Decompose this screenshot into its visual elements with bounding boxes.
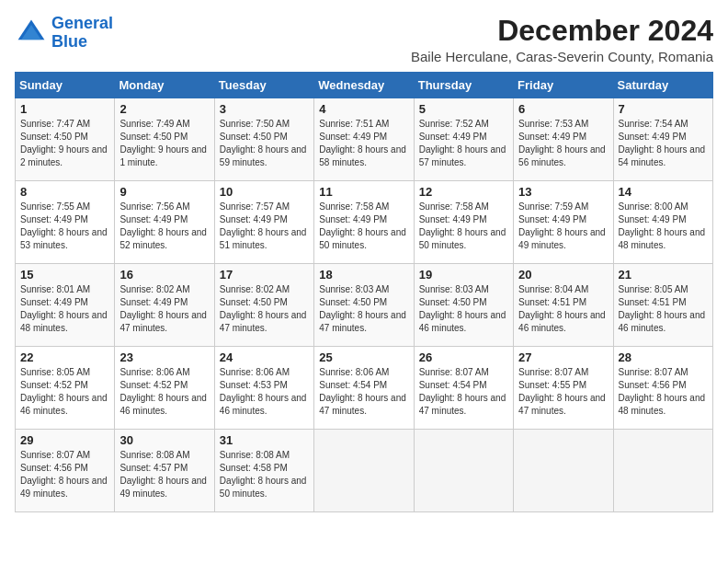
logo-line2: Blue	[51, 32, 87, 51]
day-info: Sunrise: 7:58 AMSunset: 4:49 PMDaylight:…	[419, 201, 508, 252]
day-info: Sunrise: 8:04 AMSunset: 4:51 PMDaylight:…	[518, 283, 608, 335]
sunrise-label: Sunrise: 8:07 AM	[518, 367, 588, 377]
calendar-cell: 9Sunrise: 7:56 AMSunset: 4:49 PMDaylight…	[115, 181, 214, 264]
calendar-cell	[514, 430, 613, 512]
daylight-label: Daylight: 8 hours and 47 minutes.	[319, 310, 406, 333]
day-number: 16	[119, 268, 209, 282]
day-info: Sunrise: 8:07 AMSunset: 4:56 PMDaylight:…	[619, 366, 708, 418]
sunset-label: Sunset: 4:50 PM	[319, 297, 387, 307]
daylight-label: Daylight: 8 hours and 46 minutes.	[119, 393, 207, 416]
day-info: Sunrise: 8:00 AMSunset: 4:49 PMDaylight:…	[619, 201, 708, 252]
calendar-cell: 17Sunrise: 8:02 AMSunset: 4:50 PMDayligh…	[214, 264, 313, 347]
day-number: 28	[619, 350, 708, 364]
day-number: 20	[518, 268, 608, 282]
day-number: 24	[220, 350, 309, 364]
day-number: 25	[319, 350, 408, 364]
sunset-label: Sunset: 4:49 PM	[419, 214, 487, 224]
sunrise-label: Sunrise: 7:58 AM	[319, 201, 389, 212]
sunset-label: Sunset: 4:50 PM	[419, 297, 487, 307]
daylight-label: Daylight: 8 hours and 50 minutes.	[419, 227, 506, 250]
day-number: 15	[20, 268, 109, 282]
daylight-label: Daylight: 8 hours and 48 minutes.	[619, 393, 706, 416]
daylight-label: Daylight: 8 hours and 49 minutes.	[518, 227, 606, 250]
weekday-header-wednesday: Wednesday	[314, 73, 414, 98]
sunset-label: Sunset: 4:51 PM	[518, 297, 586, 307]
calendar-cell: 1Sunrise: 7:47 AMSunset: 4:50 PMDaylight…	[16, 98, 115, 181]
day-number: 5	[419, 102, 508, 116]
sunset-label: Sunset: 4:49 PM	[518, 132, 586, 142]
day-info: Sunrise: 8:05 AMSunset: 4:51 PMDaylight:…	[619, 283, 708, 335]
logo-line1: General	[51, 14, 113, 32]
day-info: Sunrise: 8:01 AMSunset: 4:49 PMDaylight:…	[20, 283, 109, 335]
sunset-label: Sunset: 4:56 PM	[619, 380, 687, 390]
calendar-cell: 2Sunrise: 7:49 AMSunset: 4:50 PMDaylight…	[115, 98, 214, 181]
day-info: Sunrise: 8:08 AMSunset: 4:57 PMDaylight:…	[119, 449, 209, 500]
sunset-label: Sunset: 4:49 PM	[20, 297, 88, 307]
daylight-label: Daylight: 8 hours and 51 minutes.	[220, 227, 307, 250]
sunset-label: Sunset: 4:49 PM	[119, 297, 188, 307]
calendar-table: SundayMondayTuesdayWednesdayThursdayFrid…	[15, 72, 713, 512]
calendar-cell: 11Sunrise: 7:58 AMSunset: 4:49 PMDayligh…	[314, 181, 414, 264]
calendar-cell: 14Sunrise: 8:00 AMSunset: 4:49 PMDayligh…	[613, 181, 712, 264]
sunrise-label: Sunrise: 7:51 AM	[319, 119, 389, 129]
day-info: Sunrise: 8:07 AMSunset: 4:55 PMDaylight:…	[518, 366, 608, 418]
calendar-cell: 26Sunrise: 8:07 AMSunset: 4:54 PMDayligh…	[414, 347, 513, 430]
sunset-label: Sunset: 4:50 PM	[220, 132, 288, 142]
day-number: 27	[518, 350, 608, 364]
sunset-label: Sunset: 4:49 PM	[619, 214, 687, 224]
sunrise-label: Sunrise: 8:05 AM	[20, 367, 90, 377]
day-info: Sunrise: 8:03 AMSunset: 4:50 PMDaylight:…	[419, 283, 508, 335]
daylight-label: Daylight: 8 hours and 58 minutes.	[319, 144, 406, 167]
sunrise-label: Sunrise: 8:08 AM	[119, 450, 189, 460]
day-number: 29	[20, 433, 109, 447]
day-info: Sunrise: 7:50 AMSunset: 4:50 PMDaylight:…	[220, 118, 309, 169]
sunrise-label: Sunrise: 8:03 AM	[419, 284, 489, 294]
sunrise-label: Sunrise: 7:55 AM	[20, 201, 90, 212]
sunrise-label: Sunrise: 8:02 AM	[220, 284, 290, 294]
daylight-label: Daylight: 8 hours and 47 minutes.	[319, 393, 406, 416]
sunrise-label: Sunrise: 8:07 AM	[619, 367, 688, 377]
day-number: 31	[220, 433, 309, 447]
daylight-label: Daylight: 8 hours and 56 minutes.	[518, 144, 606, 167]
day-info: Sunrise: 8:02 AMSunset: 4:50 PMDaylight:…	[220, 283, 309, 335]
day-number: 6	[518, 102, 608, 116]
day-info: Sunrise: 7:52 AMSunset: 4:49 PMDaylight:…	[419, 118, 508, 169]
calendar-cell: 29Sunrise: 8:07 AMSunset: 4:56 PMDayligh…	[16, 430, 115, 512]
sunset-label: Sunset: 4:49 PM	[319, 214, 387, 224]
calendar-cell: 5Sunrise: 7:52 AMSunset: 4:49 PMDaylight…	[414, 98, 513, 181]
calendar-cell: 31Sunrise: 8:08 AMSunset: 4:58 PMDayligh…	[214, 430, 313, 512]
day-info: Sunrise: 8:07 AMSunset: 4:54 PMDaylight:…	[419, 366, 508, 418]
daylight-label: Daylight: 8 hours and 57 minutes.	[419, 144, 506, 167]
day-info: Sunrise: 8:06 AMSunset: 4:54 PMDaylight:…	[319, 366, 408, 418]
sunset-label: Sunset: 4:52 PM	[20, 380, 88, 390]
day-number: 13	[518, 185, 608, 199]
daylight-label: Daylight: 8 hours and 49 minutes.	[119, 476, 207, 499]
sunrise-label: Sunrise: 8:01 AM	[20, 284, 90, 294]
sunrise-label: Sunrise: 8:06 AM	[319, 367, 389, 377]
sunset-label: Sunset: 4:50 PM	[220, 297, 288, 307]
weekday-header-thursday: Thursday	[414, 73, 513, 98]
day-info: Sunrise: 7:58 AMSunset: 4:49 PMDaylight:…	[319, 201, 408, 252]
calendar-cell: 7Sunrise: 7:54 AMSunset: 4:49 PMDaylight…	[613, 98, 712, 181]
day-info: Sunrise: 7:57 AMSunset: 4:49 PMDaylight:…	[220, 201, 309, 252]
daylight-label: Daylight: 8 hours and 46 minutes.	[619, 310, 706, 333]
sunrise-label: Sunrise: 7:59 AM	[518, 201, 588, 212]
day-info: Sunrise: 8:06 AMSunset: 4:52 PMDaylight:…	[119, 366, 209, 418]
calendar-cell: 21Sunrise: 8:05 AMSunset: 4:51 PMDayligh…	[613, 264, 712, 347]
daylight-label: Daylight: 8 hours and 47 minutes.	[220, 310, 307, 333]
daylight-label: Daylight: 8 hours and 48 minutes.	[619, 227, 706, 250]
weekday-header-row: SundayMondayTuesdayWednesdayThursdayFrid…	[16, 73, 713, 98]
calendar-cell: 3Sunrise: 7:50 AMSunset: 4:50 PMDaylight…	[214, 98, 313, 181]
sunrise-label: Sunrise: 8:07 AM	[20, 450, 90, 460]
daylight-label: Daylight: 8 hours and 59 minutes.	[220, 144, 307, 167]
week-row-5: 29Sunrise: 8:07 AMSunset: 4:56 PMDayligh…	[16, 430, 713, 512]
title-block: December 2024 Baile Herculane, Caras-Sev…	[411, 15, 713, 64]
day-number: 21	[619, 268, 708, 282]
sunrise-label: Sunrise: 8:06 AM	[119, 367, 189, 377]
day-number: 17	[220, 268, 309, 282]
calendar-cell: 15Sunrise: 8:01 AMSunset: 4:49 PMDayligh…	[16, 264, 115, 347]
sunrise-label: Sunrise: 7:47 AM	[20, 119, 90, 129]
calendar-cell: 28Sunrise: 8:07 AMSunset: 4:56 PMDayligh…	[613, 347, 712, 430]
day-number: 26	[419, 350, 508, 364]
week-row-4: 22Sunrise: 8:05 AMSunset: 4:52 PMDayligh…	[16, 347, 713, 430]
